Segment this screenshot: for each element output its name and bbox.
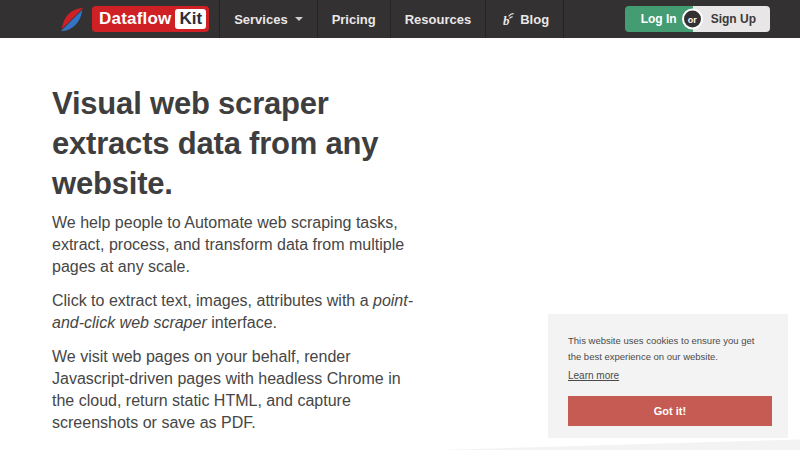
hero-paragraph-2-italic: and-click web scraper xyxy=(52,314,207,331)
top-navbar: Dataflow Kit Services Pricing Resources … xyxy=(0,0,800,38)
brand-wordmark: Dataflow Kit xyxy=(92,6,209,32)
brand-logo[interactable]: Dataflow Kit xyxy=(57,4,209,34)
brand-name-primary: Dataflow xyxy=(99,9,175,29)
nav-item-label: Pricing xyxy=(332,12,376,27)
hero-paragraph-2-text: interface. xyxy=(207,314,277,331)
learn-more-link[interactable]: Learn more xyxy=(568,370,619,381)
cookie-accept-button[interactable]: Got it! xyxy=(568,396,772,426)
blog-icon: b xyxy=(500,12,515,27)
dataflow-logo-icon xyxy=(57,4,87,34)
hero-paragraph-2-italic: point- xyxy=(373,292,413,309)
cookie-message: This website uses cookies to ensure you … xyxy=(568,333,772,364)
nav-menu: Services Pricing Resources b Blog xyxy=(219,0,564,38)
page-title: Visual web scraper extracts data from an… xyxy=(52,84,530,204)
hero-paragraph-2: Click to extract text, images, attribute… xyxy=(52,290,530,334)
auth-buttons: Log In or Sign Up xyxy=(625,6,770,32)
chevron-down-icon xyxy=(295,17,303,21)
hero-paragraph-1: We help people to Automate web scraping … xyxy=(52,212,530,278)
nav-item-blog[interactable]: b Blog xyxy=(485,0,564,38)
hero-paragraph-3: We visit web pages on your behalf, rende… xyxy=(52,346,530,434)
hero-paragraph-2-text: Click to extract text, images, attribute… xyxy=(52,292,373,309)
signup-button[interactable]: Sign Up xyxy=(693,6,770,32)
nav-item-label: Resources xyxy=(405,12,471,27)
nav-item-label: Blog xyxy=(520,12,549,27)
nav-item-pricing[interactable]: Pricing xyxy=(317,0,390,38)
nav-item-services[interactable]: Services xyxy=(219,0,317,38)
nav-item-label: Services xyxy=(234,12,288,27)
cookie-consent-banner: This website uses cookies to ensure you … xyxy=(548,314,788,438)
brand-name-secondary: Kit xyxy=(175,9,206,29)
hero-section: Visual web scraper extracts data from an… xyxy=(52,84,530,446)
login-button[interactable]: Log In xyxy=(625,6,693,32)
nav-item-resources[interactable]: Resources xyxy=(390,0,485,38)
